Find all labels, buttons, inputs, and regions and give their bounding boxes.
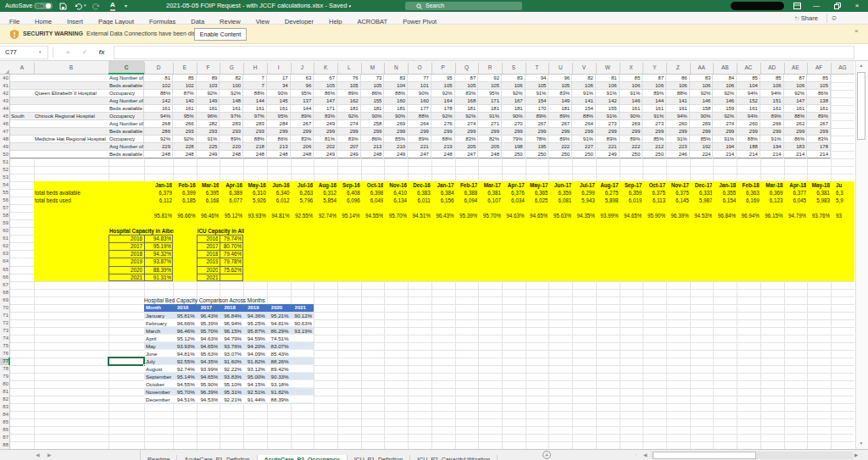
grid-cell[interactable]: 67: [314, 75, 337, 82]
metric-label[interactable]: Avg Number of E: [109, 143, 144, 151]
grid-cell[interactable]: 88%: [384, 90, 408, 97]
row-header-79[interactable]: 79: [0, 373, 8, 380]
grid-cell[interactable]: 293: [220, 128, 243, 136]
grid-cell[interactable]: 248: [220, 151, 243, 158]
grid-cell[interactable]: 94%: [144, 113, 173, 120]
comparison-value-cell[interactable]: 96.39%: [197, 388, 219, 396]
grid-cell[interactable]: 102: [144, 82, 173, 90]
grid-cell[interactable]: 267: [526, 120, 549, 128]
month-header[interactable]: Apr-16: [220, 181, 242, 189]
sheet-tab-acutecare_p1_definiton[interactable]: AcuteCare_P1_Definiton: [177, 455, 257, 460]
summary-cell[interactable]: 5,983: [807, 197, 830, 204]
grid-cell[interactable]: 205: [455, 143, 479, 151]
grid-cell[interactable]: 91%: [620, 90, 643, 97]
grid-cell[interactable]: 229: [144, 143, 173, 151]
grid-cell[interactable]: 219: [431, 143, 455, 151]
grid-cell[interactable]: 95%: [291, 90, 314, 97]
comparison-value-cell[interactable]: 94.53%: [197, 396, 219, 403]
grid-cell[interactable]: 94: [526, 75, 549, 82]
summary-cell[interactable]: 6,081: [548, 197, 571, 204]
comparison-value-cell[interactable]: 90.12%: [291, 312, 313, 319]
row-header-65[interactable]: 65: [0, 266, 8, 274]
row-header-76[interactable]: 76: [0, 350, 8, 357]
grid-cell[interactable]: 91%: [572, 136, 596, 143]
column-header-B[interactable]: B: [34, 61, 108, 75]
summary-cell[interactable]: 6,365: [526, 189, 548, 197]
grid-cell[interactable]: 213: [361, 143, 385, 151]
comparison-value-cell[interactable]: 91.44%: [243, 396, 265, 403]
row-header-71[interactable]: 71: [0, 312, 8, 319]
grid-cell[interactable]: 249: [384, 151, 408, 158]
summary-cell[interactable]: 6,384: [431, 189, 454, 197]
month-header[interactable]: Feb-16: [173, 181, 196, 189]
grid-cell[interactable]: 88%: [572, 113, 596, 120]
comparison-value-cell[interactable]: 85.43%: [267, 350, 289, 357]
summary-cell[interactable]: 6,310: [243, 189, 266, 197]
column-header-X[interactable]: X: [620, 61, 643, 75]
comparison-value-cell[interactable]: 95.70%: [173, 388, 195, 396]
summary-cell[interactable]: 6,145: [666, 197, 689, 204]
vscroll-down-arrow-icon[interactable]: ▼: [858, 441, 865, 447]
grid-cell[interactable]: 97%: [220, 113, 243, 120]
grid-cell[interactable]: 106: [760, 82, 784, 90]
capacity-value[interactable]: 79.78%: [220, 258, 242, 265]
column-header-F[interactable]: F: [197, 61, 220, 75]
comparison-value-cell[interactable]: 92.55%: [173, 357, 195, 365]
grid-cell[interactable]: 87: [455, 75, 479, 82]
month-header[interactable]: Oct-16: [361, 181, 384, 189]
comparison-value-cell[interactable]: [291, 335, 313, 342]
summary-cell[interactable]: 6,383: [408, 189, 431, 197]
comparison-header-cell[interactable]: 2018: [224, 304, 243, 312]
grid-cell[interactable]: 105: [807, 82, 831, 90]
grid-cell[interactable]: 227: [572, 143, 596, 151]
row-header-88[interactable]: 88: [0, 441, 8, 449]
comparison-value-cell[interactable]: 94.81%: [173, 350, 195, 357]
row-header-41[interactable]: 41: [0, 82, 8, 90]
grid-cell[interactable]: 293: [173, 128, 197, 136]
grid-cell[interactable]: 73: [361, 75, 385, 82]
grid-cell[interactable]: 85: [807, 75, 831, 82]
grid-cell[interactable]: 144: [243, 97, 267, 105]
tab-scroll-right-icon[interactable]: ▶: [47, 450, 52, 460]
grid-cell[interactable]: 137: [291, 97, 314, 105]
column-header-O[interactable]: O: [408, 61, 431, 75]
comparison-value-cell[interactable]: 95.39%: [197, 319, 219, 327]
grid-cell[interactable]: 92%: [713, 113, 737, 120]
grid-cell[interactable]: 82: [220, 75, 243, 82]
grid-cell[interactable]: 89%: [596, 136, 620, 143]
column-header-L[interactable]: L: [337, 61, 361, 75]
grid-cell[interactable]: 267: [807, 120, 831, 128]
grid-cell[interactable]: 250: [526, 151, 549, 158]
grid-cell[interactable]: 161: [173, 105, 197, 113]
grid-cell[interactable]: 286: [144, 128, 173, 136]
column-header-R[interactable]: R: [478, 61, 502, 75]
summary-cell[interactable]: 6,094: [455, 197, 478, 204]
comparison-value-cell[interactable]: 94.36%: [243, 312, 265, 319]
column-header-M[interactable]: M: [361, 61, 385, 75]
column-header-A[interactable]: A: [10, 61, 34, 75]
grid-cell[interactable]: 84: [713, 75, 737, 82]
grid-cell[interactable]: 248: [431, 151, 455, 158]
comparison-value-cell[interactable]: 92.51%: [243, 388, 265, 396]
summary-cell[interactable]: 93.76%: [807, 212, 830, 219]
grid-cell[interactable]: 89%: [760, 113, 784, 120]
grid-cell[interactable]: 161: [737, 105, 760, 113]
grid-cell[interactable]: 88%: [243, 136, 267, 143]
grid-cell[interactable]: 83: [502, 75, 526, 82]
grid-cell[interactable]: 218: [243, 143, 267, 151]
grid-cell[interactable]: 249: [596, 151, 620, 158]
grid-cell[interactable]: 168: [455, 97, 479, 105]
summary-cell[interactable]: 94.53%: [690, 212, 713, 219]
summary-cell[interactable]: 6,363: [737, 189, 760, 197]
grid-cell[interactable]: 246: [666, 151, 690, 158]
comparison-value-cell[interactable]: 88.26%: [267, 357, 289, 365]
comparison-value-cell[interactable]: 94.59%: [243, 335, 265, 342]
comparison-value-cell[interactable]: 93.76%: [220, 342, 242, 350]
grid-cell[interactable]: 94%: [737, 90, 760, 97]
summary-cell[interactable]: 95.63%: [548, 212, 571, 219]
comparison-value-cell[interactable]: 95.31%: [220, 388, 242, 396]
comparison-header-cell[interactable]: 2020: [271, 304, 291, 312]
grid-cell[interactable]: 83: [690, 75, 714, 82]
grid-cell[interactable]: 267: [548, 120, 572, 128]
summary-cell[interactable]: 5,987: [690, 197, 713, 204]
